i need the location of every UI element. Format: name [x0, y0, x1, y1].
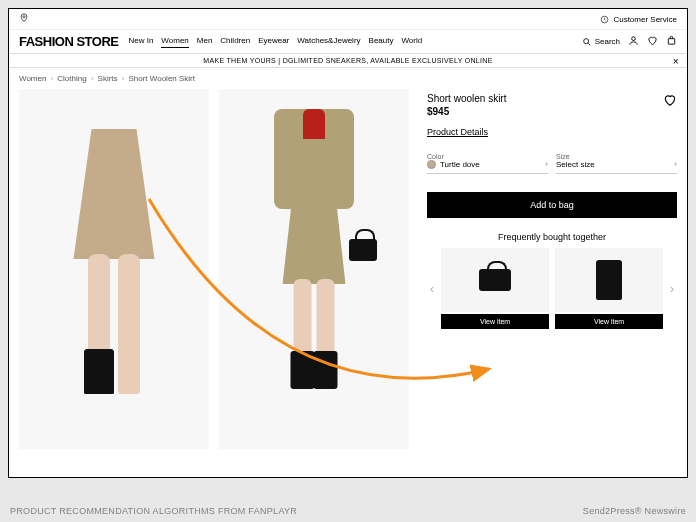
product-details-link[interactable]: Product Details — [427, 127, 488, 137]
size-value: Select size — [556, 160, 595, 169]
search-label: Search — [595, 37, 620, 46]
add-to-bag-button[interactable]: Add to bag — [427, 192, 677, 218]
recommendation-image-handbag[interactable] — [441, 248, 549, 312]
nav-eyewear[interactable]: Eyewear — [258, 36, 289, 48]
nav-children[interactable]: Children — [220, 36, 250, 48]
nav-men[interactable]: Men — [197, 36, 213, 48]
product-price: $945 — [427, 106, 506, 117]
color-value: Turtle dove — [440, 160, 480, 169]
customer-service-label: Customer Service — [613, 15, 677, 24]
breadcrumb-item[interactable]: Clothing — [57, 74, 93, 83]
recommendation-item: View item — [555, 248, 663, 329]
breadcrumb: Women Clothing Skirts Short Woolen Skirt — [9, 68, 687, 89]
search-link[interactable]: Search — [582, 37, 620, 47]
recommendation-image-boots[interactable] — [555, 248, 663, 312]
product-image-outfit[interactable] — [219, 89, 409, 449]
promo-text: MAKE THEM YOURS | DGLIMITED SNEAKERS, AV… — [203, 57, 492, 64]
nav-world[interactable]: World — [401, 36, 422, 48]
image-caption: PRODUCT RECOMMENDATION ALGORITHMS FROM F… — [10, 506, 686, 516]
color-swatch — [427, 160, 436, 169]
svg-point-0 — [23, 16, 25, 18]
product-content: Short woolen skirt $945 Product Details … — [9, 89, 687, 449]
product-details-panel: Short woolen skirt $945 Product Details … — [419, 89, 677, 449]
recommendations-title: Frequently bought together — [427, 232, 677, 242]
svg-point-3 — [632, 37, 636, 41]
bag-icon[interactable] — [666, 35, 677, 48]
breadcrumb-item: Short Woolen Skirt — [128, 74, 195, 83]
color-label: Color — [427, 153, 480, 160]
color-selector[interactable]: Color Turtle dove › — [427, 153, 548, 174]
size-label: Size — [556, 153, 595, 160]
svg-point-2 — [583, 38, 588, 43]
chevron-right-icon: › — [674, 159, 677, 169]
wishlist-icon[interactable] — [647, 35, 658, 48]
breadcrumb-item[interactable]: Skirts — [98, 74, 125, 83]
location-pin-icon[interactable] — [19, 13, 29, 25]
nav-links: New In Women Men Children Eyewear Watche… — [128, 36, 571, 48]
customer-service-link[interactable]: Customer Service — [600, 15, 677, 24]
view-item-button[interactable]: View item — [555, 314, 663, 329]
search-icon — [582, 37, 592, 47]
caption-right: Send2Press® Newswire — [583, 506, 686, 516]
carousel-next-icon[interactable]: › — [667, 282, 677, 296]
account-icon[interactable] — [628, 35, 639, 48]
caption-left: PRODUCT RECOMMENDATION ALGORITHMS FROM F… — [10, 506, 297, 516]
recommendation-item: View item — [441, 248, 549, 329]
breadcrumb-item[interactable]: Women — [19, 74, 53, 83]
top-utility-bar: Customer Service — [9, 9, 687, 30]
wishlist-heart-icon[interactable] — [663, 93, 677, 109]
logo[interactable]: FASHION STORE — [19, 34, 118, 49]
close-icon[interactable]: × — [673, 56, 679, 67]
carousel-prev-icon[interactable]: ‹ — [427, 282, 437, 296]
promo-banner: MAKE THEM YOURS | DGLIMITED SNEAKERS, AV… — [9, 54, 687, 68]
nav-watches-jewelry[interactable]: Watches&Jewelry — [297, 36, 360, 48]
nav-beauty[interactable]: Beauty — [369, 36, 394, 48]
view-item-button[interactable]: View item — [441, 314, 549, 329]
headset-icon — [600, 15, 609, 24]
chevron-right-icon: › — [545, 159, 548, 169]
main-nav: FASHION STORE New In Women Men Children … — [9, 30, 687, 54]
svg-rect-4 — [668, 39, 674, 45]
nav-women[interactable]: Women — [161, 36, 188, 48]
size-selector[interactable]: Size Select size › — [556, 153, 677, 174]
product-image-main[interactable] — [19, 89, 209, 449]
nav-new-in[interactable]: New In — [128, 36, 153, 48]
product-title: Short woolen skirt — [427, 93, 506, 104]
